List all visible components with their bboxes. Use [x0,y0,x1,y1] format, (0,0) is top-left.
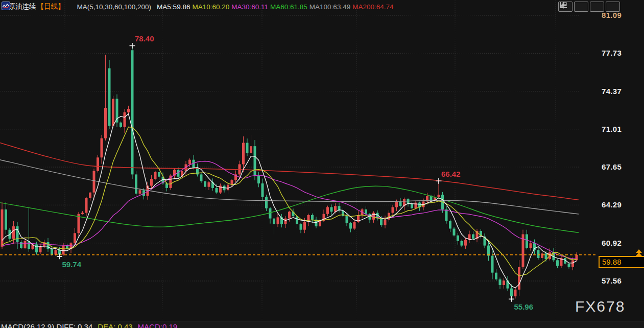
candle [541,253,543,258]
candle [158,172,160,177]
candle [514,290,517,296]
candle [518,267,520,290]
candle [16,226,19,242]
candle [204,181,206,187]
candle [250,146,252,153]
ma-value: MA30:60.11 [231,3,268,11]
ma10-line [2,127,577,276]
current-price-label: 59.88 [599,256,644,268]
candle [1,209,4,247]
candle [487,246,490,256]
candle [216,188,218,193]
candle [62,246,65,255]
candle [81,213,84,214]
candle [188,160,191,165]
candle [530,243,532,248]
candle [384,220,387,225]
candle [288,212,291,218]
axis-play-button[interactable] [590,2,604,12]
ma-value: MA60:61.85 [270,3,307,11]
candle [51,249,53,254]
candle [101,138,103,158]
candle [537,250,540,257]
candle [353,222,356,228]
ma-values: MA5:59.86MA10:60.20MA30:60.11MA60:61.85M… [155,3,393,11]
candle [124,112,126,127]
candle [365,209,367,214]
candle [277,217,279,224]
candle [284,219,287,224]
ma200-line [0,143,579,200]
candle [571,260,574,267]
candle [104,108,107,138]
macd-legend: MACD(26,12,9) DIFF: 0.34DEA: 0.43MACD:0.… [1,322,182,328]
candle [346,216,348,223]
candle [303,222,306,229]
jump-latest-icon [558,2,568,9]
candle [269,208,272,219]
chart-toolbar [558,2,620,12]
dea-value: DEA: 0.43 [98,322,132,328]
candle [380,219,383,225]
candle [97,157,99,171]
candle [89,193,91,198]
period-label[interactable]: 【日线】 [37,2,65,11]
candle [415,203,417,208]
candle [154,172,157,179]
candle [47,242,50,249]
candle [265,197,268,208]
candle [296,216,298,224]
candle [74,233,76,243]
candle [93,171,96,193]
chart-header: 美原油连续【日线】 MA(5,10,30,60,100,200) MA5:59.… [2,2,393,12]
candle [55,250,57,254]
macd-diff-value: MACD(26,12,9) DIFF: 0.34 [1,322,92,328]
ma-settings-label[interactable]: MA(5,10,30,60,100,200) [77,3,152,11]
trading-app-window: 美原油连续【日线】 MA(5,10,30,60,100,200) MA5:59.… [0,0,644,328]
candle [495,273,497,279]
price-marker-label: 78.40 [135,34,154,43]
candle [438,195,440,197]
candle [257,176,260,183]
ma-value: MA5:59.86 [157,3,190,11]
candle [461,241,463,246]
ma-value: MA100:63.49 [309,3,350,11]
price-axis-label: 71.01 [602,125,637,133]
price-axis-label: 64.29 [602,200,637,209]
chart-canvas[interactable] [0,0,644,328]
candle [208,182,210,187]
axis-scale-button[interactable] [574,2,588,12]
candle [545,253,547,259]
candle [300,224,302,230]
candle [326,207,329,214]
candle [254,146,256,175]
extreme-cross-icon [130,43,135,49]
extreme-cross-icon [436,178,442,184]
candle [150,179,153,185]
candle [108,68,111,126]
ma-value: MA10:60.20 [192,3,229,11]
price-marker-label: 66.42 [441,170,461,178]
candle [499,279,502,285]
watermark: FX678 [575,298,625,315]
price-axis-label: 77.73 [602,49,637,57]
price-axis-label: 81.09 [602,11,637,19]
ma-value: MA200:64.74 [352,3,393,11]
candle [200,174,203,181]
candle [491,256,494,273]
candle [407,199,410,204]
candle [330,207,333,212]
price-up-arrow-icon [636,252,642,256]
candle [35,244,38,252]
candle [464,240,467,246]
jump-latest-button[interactable] [606,2,620,12]
price-axis-label: 67.65 [602,162,637,171]
candle [246,143,249,153]
candle [395,201,398,207]
candle [12,226,15,239]
macd-value: MACD:0.19 [138,322,178,328]
pane-divider[interactable] [0,321,644,321]
candlestick-series [1,45,578,299]
candle [334,206,337,212]
candle [127,109,130,112]
